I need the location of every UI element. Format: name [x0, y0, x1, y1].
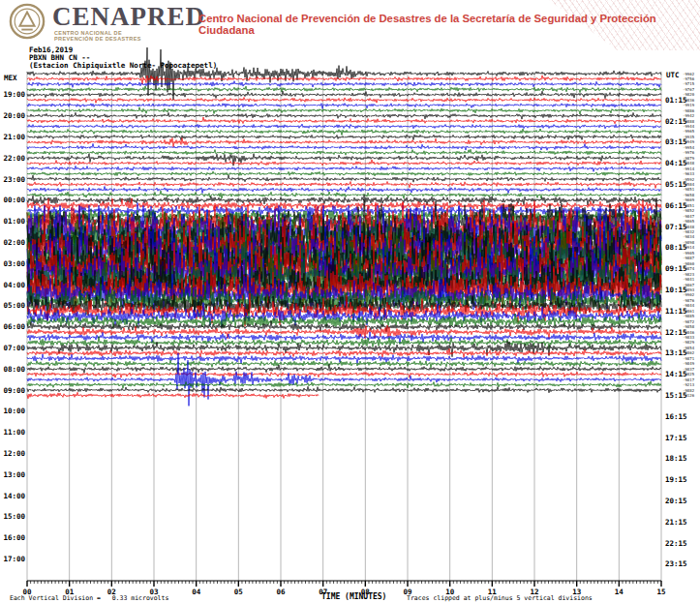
- trace-offset-value: -9633: [683, 171, 695, 176]
- x-tick-label: 04: [192, 588, 201, 596]
- seismogram-trace-21:30: [27, 143, 661, 150]
- mex-time-label: 20:00: [3, 111, 25, 120]
- trace-offset-value: -9935: [683, 135, 695, 139]
- trace-offset-value: -9860: [683, 261, 695, 266]
- trace-offset-value: -9976: [683, 150, 695, 155]
- trace-offset-value: -9592: [683, 177, 695, 182]
- scale-note: Each Vertical Division = 0.33 microvolts: [10, 594, 168, 602]
- trace-offset-value: -9872: [683, 319, 695, 324]
- trace-offset-value: -9905: [683, 251, 695, 256]
- seismogram-trace-20:30: [27, 124, 661, 129]
- mex-time-label: 17:00: [3, 555, 25, 563]
- trace-offset-value: -9847: [683, 214, 695, 219]
- seismogram-trace-09:00: [27, 386, 661, 393]
- trace-offset-value: -9919: [683, 103, 695, 107]
- x-tick-label: 06: [276, 588, 286, 596]
- trace-offset-value: -9836: [683, 98, 695, 103]
- trace-offset-value: -9829: [683, 340, 695, 345]
- trace-offset-value: -9715: [683, 81, 695, 86]
- trace-offset-value: -9914: [683, 245, 695, 250]
- trace-offset-value: -9851: [683, 187, 695, 192]
- trace-offset-value: -9887: [683, 256, 695, 260]
- mex-time-label: 07:00: [3, 344, 25, 352]
- trace-offset-value: -9823: [683, 272, 695, 277]
- trace-offset-value: -9893: [683, 287, 695, 292]
- x-tick-label: 14: [615, 588, 624, 596]
- mex-time-label: 06:00: [3, 322, 25, 331]
- trace-offset-value: -9902: [683, 292, 695, 297]
- trace-offset-value: -9865: [683, 219, 695, 224]
- utc-time-label: 22:15: [665, 539, 687, 548]
- seismogram-trace-19:30: [27, 104, 661, 109]
- mex-header: MEX: [4, 74, 17, 82]
- trace-offset-value: -9833: [683, 335, 695, 340]
- mex-time-label: 04:00: [3, 281, 25, 289]
- trace-offset-value: -9837: [683, 367, 695, 372]
- mex-time-label: 01:00: [3, 217, 25, 226]
- trace-offset-value: -9756: [683, 76, 695, 81]
- trace-offset-value: -9658: [683, 193, 695, 197]
- trace-offset-value: -9861: [683, 309, 695, 314]
- trace-offset-value: -9879: [683, 156, 695, 161]
- mex-time-label: 08:00: [3, 365, 25, 374]
- seismogram-trace-21:45: [27, 149, 661, 155]
- trace-offset-value: -9898: [683, 240, 695, 245]
- trace-offset-value: -9885: [683, 314, 695, 318]
- mex-time-label: 12:00: [3, 449, 25, 458]
- mex-time-label: 02:00: [3, 238, 25, 247]
- seismogram-trace-22:30: [27, 166, 661, 171]
- seismogram-trace-20:45: [27, 129, 661, 136]
- trace-offset-value: -9834: [683, 234, 695, 239]
- seismogram-trace-19:45: [27, 107, 661, 114]
- mex-time-label: 00:00: [3, 196, 25, 204]
- seismogram-trace-20:00: [27, 112, 661, 119]
- mex-time-label: 11:00: [3, 428, 25, 437]
- x-tick-label: 05: [234, 588, 243, 596]
- x-tick-label: 15: [656, 588, 665, 596]
- seismogram-trace-21:00: [27, 135, 661, 140]
- trace-offset-value: -9954: [683, 145, 695, 150]
- trace-offset-value: -9965: [683, 129, 695, 134]
- utc-time-label: 21:15: [665, 518, 687, 527]
- seismogram-trace-19:15: [27, 98, 661, 104]
- seismogram-trace-08:45: [27, 381, 661, 388]
- trace-offset-value: -9126: [683, 393, 695, 398]
- trace-offset-value: -9962: [683, 72, 695, 76]
- seismogram-trace-06:30: [27, 332, 661, 344]
- seismogram-trace-07:45: [27, 360, 661, 368]
- mex-time-label: 05:00: [3, 301, 25, 310]
- trace-offset-value: -9888: [683, 119, 695, 124]
- utc-time-label: 19:15: [665, 475, 687, 484]
- seismogram-trace-08:30: [27, 353, 661, 407]
- trace-offset-value: -9844: [683, 303, 695, 308]
- seismogram-trace-19:00: [27, 91, 661, 99]
- mex-time-label: 22:00: [3, 154, 25, 163]
- trace-offset-value: -9817: [683, 377, 695, 382]
- trace-offset-value: -9886: [683, 108, 695, 113]
- trace-offset-value: -9848: [683, 225, 695, 229]
- trace-offset-value: -9949: [683, 139, 695, 144]
- mex-time-label: 23:00: [3, 175, 25, 184]
- trace-offset-value: -9944: [683, 124, 695, 129]
- seismogram-trace-23:00: [27, 175, 661, 182]
- trace-offset-value: -9584: [683, 182, 695, 187]
- seismogram-trace-08:15: [27, 372, 661, 377]
- trace-offset-value: -9862: [683, 350, 695, 355]
- seismogram-trace-23:15: [27, 182, 661, 189]
- trace-offset-value: -9871: [683, 356, 695, 361]
- trace-offset-value: -9825: [683, 372, 695, 377]
- mex-time-label: 16:00: [3, 533, 25, 542]
- mex-time-label: 19:00: [3, 90, 25, 99]
- trace-offset-value: -9852: [683, 208, 695, 213]
- seismogram-trace-23:30: [27, 187, 661, 194]
- trace-offset-value: -9858: [683, 324, 695, 329]
- trace-offset-value: -9832: [683, 229, 695, 234]
- trace-offset-value: -9876: [683, 298, 695, 303]
- mex-time-label: 21:00: [3, 133, 25, 141]
- mex-time-label: 03:00: [3, 259, 25, 268]
- seismogram-trace-23:45: [27, 191, 661, 198]
- helicorder-plot: 00010203040506070809101112131415MEXUTC19…: [0, 0, 700, 603]
- mex-time-label: 09:00: [3, 386, 25, 395]
- trace-offset-value: -9914: [683, 166, 695, 171]
- trace-offset-value: -9854: [683, 346, 695, 350]
